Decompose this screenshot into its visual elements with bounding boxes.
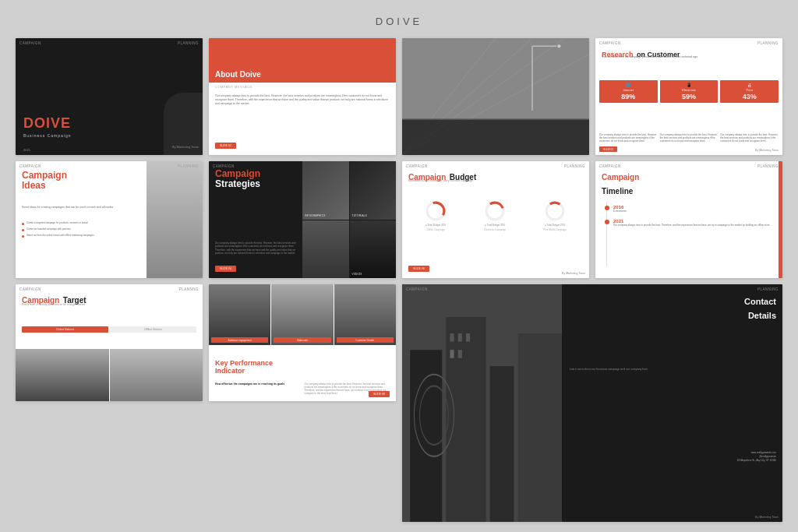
slide4-slide-num: SLIDE 03	[599, 146, 617, 152]
svg-rect-5	[402, 118, 589, 155]
svg-rect-24	[458, 350, 462, 358]
slide6-cell-2: TUTORIALS	[352, 214, 367, 217]
slide7-by: By Marketing Team	[562, 272, 585, 275]
slide6-img-grid: INFOGRAPHICS TUTORIALS VIDEOS	[302, 161, 396, 278]
slide9-tab-offline[interactable]: Offline Netizen	[110, 326, 196, 333]
slide-10[interactable]: Audience engagement Sales rate Customer …	[209, 284, 396, 401]
slide10-img-2: Sales rate	[274, 337, 330, 343]
slide10-kpi-body: How effective the campaigns are in reach…	[215, 382, 390, 396]
svg-point-8	[557, 44, 560, 48]
slide4-stat-internet: 🌐 Internet 89%	[599, 80, 658, 103]
slide6-title: Campaign Strategies	[215, 169, 260, 189]
svg-rect-17	[446, 317, 486, 522]
slide9-planning-label: PLANNNG	[179, 287, 199, 291]
slide2-company-msg: COMPANY MESSAGE	[215, 85, 252, 89]
slide-1[interactable]: CAMPAIGN PLANNING DOIVE Business Campaig…	[16, 38, 203, 155]
slide9-tab-online[interactable]: Online Netizen	[22, 326, 108, 333]
slide7-btn[interactable]: SLIDE 06	[408, 266, 429, 272]
slide10-kpi-title: Key Performance Indicator	[215, 360, 273, 375]
slide4-campaign-label: CAMPAIGN	[599, 41, 621, 45]
slide10-btn[interactable]: SLIDE 08	[369, 391, 390, 397]
app-title: DOIVE	[376, 16, 422, 27]
slide11-planning-label: PLANNING	[757, 287, 779, 291]
slide5-campaign-label: CAMPAIGN	[19, 164, 41, 168]
slide10-img-3: Customer Growth	[337, 337, 394, 343]
slide4-by: By Marketing Team	[755, 149, 779, 152]
slide6-cell-1: INFOGRAPHICS	[305, 214, 325, 217]
slide7-chart-2: ● Total Budget 30% Electronic Campaign	[484, 200, 506, 231]
slide-7[interactable]: CAMPAIGN PLANNING Campaign Budget Estima…	[402, 161, 589, 278]
slide8-title: Campaign Timeline	[602, 169, 639, 197]
slide1-year: 2021	[23, 148, 30, 152]
slide-8[interactable]: CAMPAIGN PLANNING Campaign Timeline 2016…	[595, 161, 782, 278]
slide2-btn[interactable]: SLIDE 02	[215, 143, 236, 149]
svg-rect-23	[450, 350, 454, 358]
slide-11[interactable]: CAMPAIGN PLANNING Contact Details Learn …	[402, 284, 782, 522]
slide9-campaign-label: CAMPAIGN	[19, 287, 41, 291]
svg-point-13	[546, 203, 563, 220]
slide4-desc-electronic: Our company always tries to provide the …	[660, 134, 719, 143]
slide-6[interactable]: CAMPAIGN PLANNING Campaign Strategies Ou…	[209, 161, 396, 278]
slide-5[interactable]: CAMPAIGN PLANNING Campaign Ideas Some id…	[16, 161, 203, 278]
slides-row-1: CAMPAIGN PLANNING DOIVE Business Campaig…	[16, 38, 782, 155]
slide-9[interactable]: CAMPAIGN PLANNNG Campaign Target Every l…	[16, 284, 203, 401]
svg-rect-20	[450, 333, 454, 342]
slide8-planning-label: PLANNING	[757, 164, 779, 168]
slide1-subtitle: Business Campaign	[23, 133, 71, 138]
slide1-planning-label: PLANNING	[178, 41, 199, 45]
slide2-header-title: About Doive	[215, 70, 261, 79]
slide11-title: Contact Details	[744, 294, 776, 322]
slide6-btn[interactable]: SLIDE 04	[215, 266, 236, 272]
svg-rect-19	[518, 333, 562, 522]
slide7-chart-3: ● Total Budget 20% Print Media Campaign	[543, 200, 567, 231]
slide1-campaign-label: CAMPAIGN	[19, 41, 41, 45]
slide11-body: Learn more about our business campaign a…	[570, 368, 776, 372]
svg-rect-22	[466, 333, 470, 342]
slide6-cell-4: VIDEOS	[352, 273, 362, 276]
slide8-timeline-2: 2021 Our company always tries to provide…	[605, 219, 776, 227]
slide4-stat-print: 🖨 Print 43%	[720, 80, 779, 103]
slide4-desc-print: Our company always tries to provide the …	[720, 134, 779, 143]
slide4-subtitle: This will determine the campaign you sho…	[602, 55, 776, 59]
slide5-title: Campaign Ideas	[22, 171, 67, 191]
slide7-chart-1: ● Total Budget 43% Online Campaign	[425, 200, 447, 231]
slide4-desc-internet: Our company always tries to provide the …	[599, 134, 658, 143]
slide7-planning-label: PLANNING	[564, 164, 585, 168]
slides-row-3: CAMPAIGN PLANNNG Campaign Target Every l…	[16, 284, 782, 522]
slide10-img-row: Audience engagement Sales rate Customer …	[209, 284, 396, 345]
slide6-body: Our company always tries to provide the …	[215, 241, 299, 255]
slide4-planning-label: PLANNING	[757, 41, 779, 45]
svg-rect-18	[490, 366, 514, 522]
slide11-contact-info: www.reallygreatsite.com @reallygreatsite…	[736, 451, 776, 463]
slide11-campaign-label: CAMPAIGN	[406, 287, 428, 291]
slide-2[interactable]: CAMPAIGN PLANNING About Doive COMPANY ME…	[209, 38, 396, 155]
slide9-subtitle: Every level of society deserves to be a …	[22, 303, 85, 306]
svg-rect-0	[402, 38, 589, 155]
slide1-by: By Marketing Team	[172, 145, 199, 149]
slide2-body: Our company always tries to provide the …	[215, 94, 390, 106]
slide8-timeline-1: 2016 E-commerce	[605, 205, 776, 213]
slide8-campaign-label: CAMPAIGN	[599, 164, 621, 168]
slide7-subtitle: Estimated budget needed to carry out eac…	[408, 179, 473, 182]
slide10-img-1: Audience engagement	[211, 337, 268, 343]
slides-row-2: CAMPAIGN PLANNING Campaign Ideas Some id…	[16, 161, 782, 278]
slide-4[interactable]: CAMPAIGN PLANNING Research on Customer T…	[595, 38, 782, 155]
slide4-stat-electronic: 📱 Electronic 59%	[660, 80, 719, 103]
svg-rect-21	[458, 333, 462, 342]
slide-3[interactable]: CAMPAIGN PLANNING	[402, 38, 589, 155]
slide1-title: DOIVE	[23, 115, 71, 132]
slide7-campaign-label: CAMPAIGN	[406, 164, 428, 168]
slide11-by: By Marketing Team	[755, 516, 779, 519]
